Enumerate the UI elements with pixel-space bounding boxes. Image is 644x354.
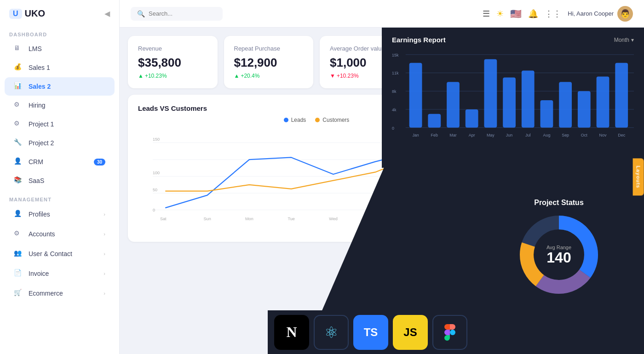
earnings-month-selector[interactable]: Month ▾ [614,37,634,43]
user-contact-label: User & Contact [29,250,104,257]
sidebar-item-sales1[interactable]: 💰 Sales 1 [5,58,115,77]
project1-label: Project 1 [29,120,54,128]
donut-chart: Avg Range 140 [518,213,600,296]
hamburger-icon[interactable]: ☰ [483,9,490,19]
header: 🔍 ☰ ☀ 🇺🇸 🔔 ⋮⋮ Hi, Aaron Cooper 👨 [120,0,644,28]
avg-order-arrow-down: ▼ [330,73,335,79]
invoice-arrow: › [104,271,105,276]
accounts-label: Accounts [29,230,104,238]
section-label-dashboard: DASHBOARD [0,27,119,39]
theme-icon[interactable]: ☀ [496,9,504,19]
lms-icon: 🖥 [14,44,23,53]
flag-icon[interactable]: 🇺🇸 [510,8,522,19]
project1-icon: ⚙ [14,120,23,129]
ecommerce-label: Ecommerce [29,290,104,297]
tech-icon-javascript[interactable]: JS [393,315,428,350]
crm-label: CRM [29,158,94,166]
svg-text:150: 150 [153,137,160,142]
svg-text:Apr: Apr [469,133,475,137]
invoice-icon: 📄 [14,269,23,278]
search-bar[interactable]: 🔍 [131,7,223,21]
bell-icon[interactable]: 🔔 [528,9,538,19]
sidebar-item-project1[interactable]: ⚙ Project 1 [5,115,115,133]
sidebar-item-profiles[interactable]: 👤 Profiles › [5,205,115,224]
sidebar-item-invoice[interactable]: 📄 Invoice › [5,264,115,283]
user-profile[interactable]: Hi, Aaron Cooper 👨 [568,6,633,22]
svg-text:Aug: Aug [543,133,551,137]
content-area: Revenue $35,800 ▲ +10.23% Repeat Purchas… [120,28,644,354]
avatar: 👨 [617,6,633,22]
saas-label: SaaS [29,177,44,184]
project2-icon: 🔧 [14,138,23,148]
project-status-card: Project Status Avg Range 140 [474,188,644,354]
user-contact-icon: 👥 [14,249,23,258]
svg-text:4k: 4k [392,108,397,112]
sidebar-item-saas[interactable]: 📚 SaaS [5,171,115,190]
layouts-tab[interactable]: Layouts [632,158,644,195]
project-status-title: Project Status [534,199,584,207]
sales2-label: Sales 2 [29,83,51,90]
sales1-label: Sales 1 [29,64,50,71]
repeat-change: ▲ +20.4% [234,73,304,79]
svg-rect-31 [503,77,516,127]
svg-rect-35 [578,91,591,127]
user-greeting: Hi, Aaron Cooper [568,10,614,17]
sidebar-header: U UKO ◀ [0,0,119,27]
leads-chart-title: Leads VS Customers [138,104,207,112]
svg-text:Dec: Dec [618,133,625,137]
lms-label: LMS [29,45,42,52]
profiles-label: Profiles [29,211,104,218]
svg-text:Mon: Mon [245,217,253,221]
tech-icon-react[interactable]: ⚛ [314,315,349,350]
stat-card-repeat: Repeat Purchase $12,900 ▲ +20.4% [224,36,314,88]
invoice-label: Invoice [29,270,104,277]
hiring-label: Hiring [29,102,46,109]
profiles-icon: 👤 [14,210,23,219]
sidebar-item-hiring[interactable]: ⚙ Hiring [5,96,115,114]
svg-text:Sep: Sep [562,133,569,137]
logo: U UKO [9,8,45,19]
svg-text:Sun: Sun [203,217,211,221]
collapse-icon[interactable]: ◀ [104,9,110,18]
logo-icon: U [9,9,22,19]
sidebar-item-lms[interactable]: 🖥 LMS [5,40,115,58]
leads-legend-label: Leads [291,117,306,123]
svg-text:0: 0 [392,126,394,131]
crm-badge: 30 [94,159,105,166]
sidebar-item-crm[interactable]: 👤 CRM 30 [5,153,115,171]
accounts-arrow: › [104,231,105,237]
repeat-label: Repeat Purchase [234,45,304,52]
sidebar-item-accounts[interactable]: ⚙ Accounts › [5,224,115,244]
repeat-change-text: +20.4% [241,73,259,79]
svg-rect-34 [559,82,572,127]
svg-text:Jan: Jan [412,133,419,137]
tech-icon-figma[interactable] [432,315,467,350]
sidebar-item-user-contact[interactable]: 👥 User & Contact › [5,244,115,263]
svg-text:100: 100 [153,171,160,175]
search-input[interactable] [149,10,213,17]
earnings-card: Earnings Report Month ▾ 15k 11k 8k 4k 0 [382,28,644,168]
sidebar-section-management: MANAGEMENT 👤 Profiles › ⚙ Accounts › 👥 U… [0,190,119,303]
tech-icon-nextjs[interactable]: N [274,315,309,350]
svg-rect-28 [447,82,460,127]
grid-icon[interactable]: ⋮⋮ [545,9,561,19]
sidebar-item-project2[interactable]: 🔧 Project 2 [5,134,115,152]
logo-label: UKO [25,8,45,19]
search-icon: 🔍 [137,10,145,17]
svg-text:May: May [487,133,494,137]
svg-text:Oct: Oct [581,133,587,137]
sidebar-item-sales2[interactable]: 📊 Sales 2 [5,77,115,96]
sidebar-item-ecommerce[interactable]: 🛒 Ecommerce › [5,284,115,303]
sidebar-section-dashboard: DASHBOARD 🖥 LMS 💰 Sales 1 📊 Sales 2 ⚙ Hi… [0,27,119,190]
ecommerce-icon: 🛒 [14,289,23,298]
svg-text:Jun: Jun [506,133,512,137]
revenue-arrow-up: ▲ [138,73,144,79]
section-label-management: MANAGEMENT [0,190,119,204]
saas-icon: 📚 [14,176,23,185]
leads-dot [284,118,288,122]
legend-leads: Leads [284,117,306,123]
earnings-header: Earnings Report Month ▾ [392,36,634,44]
svg-text:0: 0 [153,208,155,212]
typescript-icon: TS [364,326,378,339]
tech-icon-typescript[interactable]: TS [353,315,388,350]
